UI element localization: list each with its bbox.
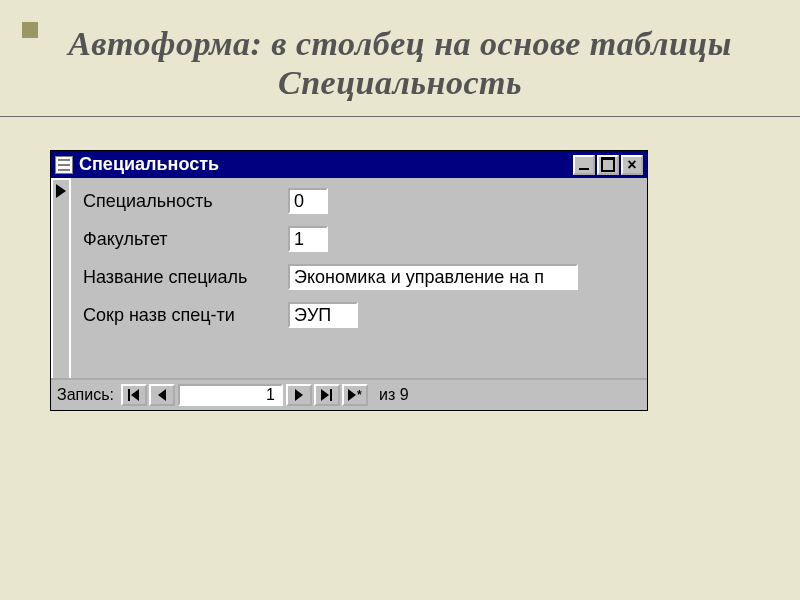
speciality-field[interactable] <box>288 188 328 214</box>
form-body: Специальность Факультет Название специал… <box>51 178 647 378</box>
speciality-name-field[interactable] <box>288 264 578 290</box>
slide-title: Автоформа: в столбец на основе таблицы С… <box>0 24 800 102</box>
nav-last-button[interactable] <box>314 384 340 406</box>
form-window: Специальность × Специальность Факультет <box>50 150 648 411</box>
nav-label: Запись: <box>57 386 114 404</box>
nav-first-button[interactable] <box>121 384 147 406</box>
field-label: Сокр назв спец-ти <box>83 305 288 326</box>
field-row-speciality: Специальность <box>83 188 637 214</box>
nav-next-button[interactable] <box>286 384 312 406</box>
field-label: Специальность <box>83 191 288 212</box>
short-name-field[interactable] <box>288 302 358 328</box>
field-row-faculty: Факультет <box>83 226 637 252</box>
field-row-name: Название специаль <box>83 264 637 290</box>
nav-record-input[interactable] <box>178 384 283 406</box>
nav-total: из 9 <box>379 386 409 404</box>
window-title: Специальность <box>79 154 219 175</box>
nav-prev-button[interactable] <box>149 384 175 406</box>
minimize-button[interactable] <box>573 155 595 175</box>
field-label: Факультет <box>83 229 288 250</box>
form-icon <box>55 156 73 174</box>
maximize-button[interactable] <box>597 155 619 175</box>
current-record-marker-icon <box>56 184 66 198</box>
field-row-short: Сокр назв спец-ти <box>83 302 637 328</box>
slide-divider <box>0 116 800 117</box>
close-button[interactable]: × <box>621 155 643 175</box>
field-label: Название специаль <box>83 267 288 288</box>
faculty-field[interactable] <box>288 226 328 252</box>
nav-new-button[interactable]: * <box>342 384 368 406</box>
record-navigator: Запись: * из 9 <box>51 378 647 410</box>
record-selector[interactable] <box>51 178 71 378</box>
titlebar[interactable]: Специальность × <box>51 151 647 178</box>
